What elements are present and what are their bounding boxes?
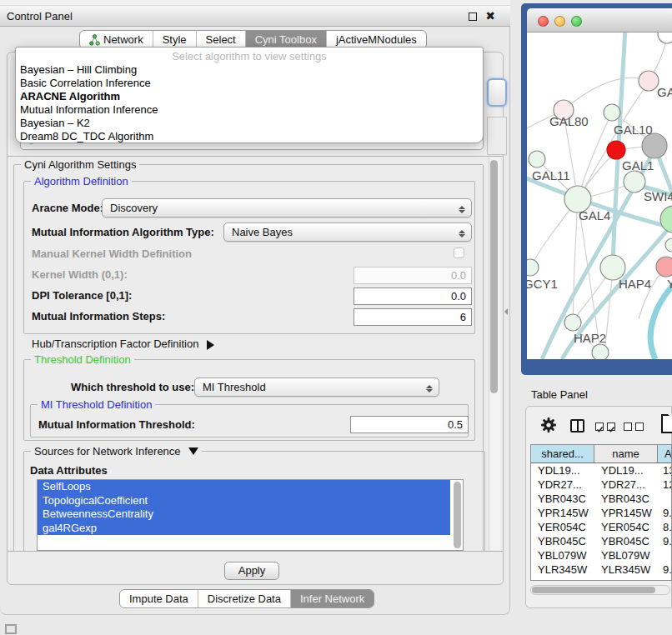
data-attributes-list[interactable]: SelfLoopsTopologicalCoefficientBetweenne… xyxy=(37,479,464,551)
mi-type-combo[interactable]: Naive Bayes xyxy=(223,222,472,242)
table-row[interactable]: YDR27...YDR27...12 xyxy=(531,478,671,492)
attribute-item-selected[interactable]: SelfLoops xyxy=(38,480,450,494)
table-hscrollbar-thumb[interactable] xyxy=(532,587,655,593)
attribute-item-selected[interactable]: BetweennessCentrality xyxy=(38,508,450,522)
table-cell: YER054C xyxy=(594,520,658,534)
network-node[interactable] xyxy=(639,71,659,91)
table-cell: 9 xyxy=(658,577,672,581)
network-node[interactable] xyxy=(665,238,672,252)
table-row[interactable]: YLR345WYLR345W9. xyxy=(531,562,671,577)
network-node-gal11[interactable] xyxy=(529,151,545,168)
data-attributes-label: Data Attributes xyxy=(30,464,108,477)
select-all-checkboxes-icon[interactable] xyxy=(595,422,615,431)
algorithm-definition-title: Algorithm Definition xyxy=(31,175,132,188)
network-node[interactable] xyxy=(656,257,672,277)
table-row[interactable]: YDL19...YDL19...13 xyxy=(531,463,671,478)
tab-discretize-data[interactable]: Discretize Data xyxy=(198,590,290,608)
node-label: HAP2 xyxy=(574,331,606,345)
tab-label: Infer Network xyxy=(300,590,364,608)
zoom-traffic-light-icon[interactable] xyxy=(571,16,582,27)
combo-arrows-icon xyxy=(459,202,465,215)
split-pane-arrow-icon[interactable] xyxy=(501,308,508,315)
table-row[interactable]: YBL079WYBL079W xyxy=(531,548,671,562)
algorithm-option[interactable]: Bayesian – Hill Climbing xyxy=(16,63,483,77)
algorithm-option[interactable]: Bayesian – K2 xyxy=(16,117,483,130)
kernel-width-field[interactable]: 0.0 xyxy=(354,267,472,284)
minimized-panel-icon[interactable] xyxy=(5,624,17,634)
tab-infer-network[interactable]: Infer Network xyxy=(290,590,374,608)
table-cell: YIL052C xyxy=(594,577,658,581)
attribute-item-selected[interactable]: TopologicalCoefficient xyxy=(38,494,450,508)
network-node[interactable] xyxy=(660,206,672,232)
node-attribute-table[interactable]: shared...nameA YDL19...YDL19...13YDR27..… xyxy=(530,444,672,581)
which-threshold-combo[interactable]: MI Threshold xyxy=(194,378,439,397)
table-row[interactable]: YBR045CYBR045C9. xyxy=(531,534,671,548)
float-window-icon[interactable] xyxy=(469,12,477,21)
table-row[interactable]: YPR145WYPR145W9. xyxy=(531,506,671,520)
aracne-mode-combo[interactable]: Discovery xyxy=(102,198,472,218)
table-row[interactable]: YIL052CYIL052C9 xyxy=(531,577,671,581)
dpi-tolerance-label: DPI Tolerance [0,1]: xyxy=(32,289,132,302)
tab-network[interactable]: Network xyxy=(80,31,153,48)
apply-button[interactable]: Apply xyxy=(224,562,279,580)
node-label: GAL11 xyxy=(532,168,570,182)
aracne-mode-label: Aracne Mode: xyxy=(32,199,103,218)
sources-title-text: Sources for Network Inference xyxy=(34,445,181,458)
network-node[interactable] xyxy=(607,141,625,159)
network-node-gal10[interactable] xyxy=(642,133,667,158)
column-header[interactable]: name xyxy=(594,445,658,462)
manual-kernel-checkbox[interactable] xyxy=(454,248,464,258)
close-icon[interactable]: ✖ xyxy=(485,9,495,23)
attribute-item-selected[interactable]: gal4RGexp xyxy=(38,522,450,536)
tab-style[interactable]: Style xyxy=(153,31,196,48)
tab-impute-data[interactable]: Impute Data xyxy=(120,590,198,608)
settings-scrollbar-thumb[interactable] xyxy=(490,160,498,393)
network-node[interactable] xyxy=(658,32,672,43)
network-node-gcy1[interactable] xyxy=(527,259,539,276)
window-top-strip xyxy=(0,0,510,6)
node-label: GAL8 xyxy=(657,85,672,99)
new-table-file-icon[interactable] xyxy=(661,414,672,433)
table-cell: YBL079W xyxy=(531,548,594,562)
node-label: GCY1 xyxy=(527,277,558,291)
column-visibility-icon[interactable] xyxy=(570,419,584,432)
algorithm-option[interactable]: Mutual Information Inference xyxy=(16,103,483,117)
network-node[interactable] xyxy=(604,104,620,121)
dpi-tolerance-field[interactable]: 0.0 xyxy=(354,288,472,305)
algorithm-option[interactable]: Dream8 DC_TDC Algorithm xyxy=(16,130,483,143)
table-cell: YDR27... xyxy=(594,478,658,492)
deselect-all-checkboxes-icon[interactable] xyxy=(624,422,644,431)
column-header[interactable]: A xyxy=(658,445,672,462)
table-row[interactable]: YER054CYER054C8. xyxy=(531,520,671,534)
network-canvas[interactable]: GAL8GAL80GAL10GAL1GAL11SWI4GAL4GCY1HAP4Y… xyxy=(527,32,672,359)
network-node-gal1[interactable] xyxy=(624,171,645,192)
focused-combo-fragment[interactable] xyxy=(487,78,507,107)
gear-icon[interactable] xyxy=(540,417,557,436)
mi-threshold-field[interactable]: 0.5 xyxy=(350,416,469,433)
network-node[interactable] xyxy=(592,344,609,359)
table-cell: YDR27... xyxy=(531,478,594,492)
hub-definition-expander[interactable]: Hub/Transcription Factor Definition xyxy=(32,338,219,350)
network-node-hap2[interactable] xyxy=(564,314,581,331)
tab-select[interactable]: Select xyxy=(196,31,245,48)
table-row[interactable]: YBR043CYBR043C xyxy=(531,492,671,506)
table-cell: YBL079W xyxy=(594,548,658,562)
tab-cyni-toolbox[interactable]: Cyni Toolbox xyxy=(245,31,326,48)
sources-title[interactable]: Sources for Network Inference xyxy=(31,445,202,460)
table-cell: YBR043C xyxy=(531,492,594,506)
algorithm-option[interactable]: Basic Correlation Inference xyxy=(16,77,483,90)
column-header[interactable]: shared... xyxy=(531,445,594,462)
mi-steps-field[interactable]: 6 xyxy=(354,308,472,326)
kernel-width-label: Kernel Width (0,1): xyxy=(32,268,128,281)
tab-jactivemnodules[interactable]: jActiveMNodules xyxy=(326,31,426,48)
table-cell: YER054C xyxy=(531,520,594,534)
list-scrollbar[interactable] xyxy=(454,482,461,548)
groupbox-fragment xyxy=(487,117,507,155)
table-cell: YPR145W xyxy=(594,506,658,520)
close-traffic-light-icon[interactable] xyxy=(538,16,549,27)
minimize-traffic-light-icon[interactable] xyxy=(554,16,565,27)
table-cell: 9. xyxy=(658,562,672,577)
network-window-titlebar[interactable] xyxy=(527,8,672,32)
algorithm-option[interactable]: ARACNE Algorithm xyxy=(16,90,483,103)
combo-arrows-icon xyxy=(459,226,465,239)
